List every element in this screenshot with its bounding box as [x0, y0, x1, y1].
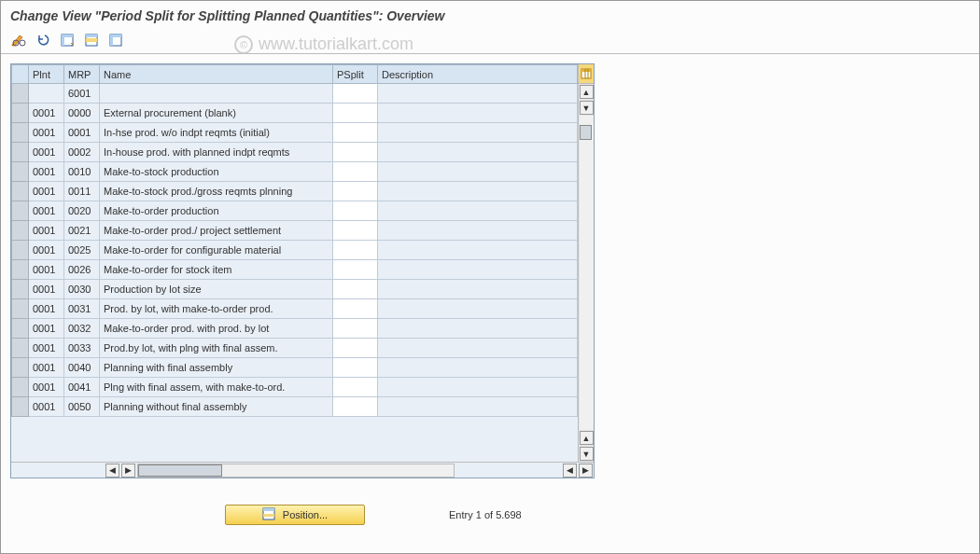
cell-plnt[interactable]: 0001 — [29, 358, 64, 378]
col-psplit[interactable]: PSplit — [333, 65, 378, 84]
cell-mrp[interactable]: 0033 — [64, 339, 100, 358]
cell-mrp[interactable]: 0001 — [64, 123, 100, 143]
cell-name[interactable] — [100, 84, 333, 104]
row-selector[interactable] — [12, 84, 29, 104]
cell-desc[interactable] — [378, 162, 578, 182]
row-selector[interactable] — [12, 143, 29, 162]
table-row[interactable]: 00010020Make-to-order production — [12, 201, 578, 221]
row-selector-header[interactable] — [12, 65, 29, 84]
cell-plnt[interactable]: 0001 — [29, 201, 64, 221]
cell-plnt[interactable]: 0001 — [29, 123, 64, 143]
table-row[interactable]: 6001 — [12, 84, 578, 104]
cell-desc[interactable] — [378, 241, 578, 260]
cell-desc[interactable] — [378, 201, 578, 221]
table-row[interactable]: 00010031Prod. by lot, with make-to-order… — [12, 299, 578, 319]
cell-name[interactable]: Plng with final assem, with make-to-ord. — [100, 378, 333, 397]
cell-plnt[interactable]: 0001 — [29, 260, 64, 280]
table-row[interactable]: 00010032Make-to-order prod. with prod. b… — [12, 319, 578, 339]
row-selector[interactable] — [12, 260, 29, 280]
table-row[interactable]: 00010021Make-to-order prod./ project set… — [12, 221, 578, 241]
cell-psplit[interactable] — [333, 319, 378, 339]
cell-name[interactable]: Make-to-stock prod./gross reqmts plnning — [100, 182, 333, 201]
cell-psplit[interactable] — [333, 339, 378, 358]
row-selector[interactable] — [12, 339, 29, 358]
cell-psplit[interactable] — [333, 378, 378, 397]
cell-name[interactable]: Prod.by lot, with plng with final assem. — [100, 339, 333, 358]
cell-psplit[interactable] — [333, 201, 378, 221]
vertical-scrollbar[interactable]: ▲ ▼ ▲ ▼ — [578, 64, 594, 462]
cell-psplit[interactable] — [333, 280, 378, 299]
row-selector[interactable] — [12, 182, 29, 201]
toggle-change-mode-button[interactable] — [8, 31, 29, 49]
cell-name[interactable]: Make-to-order prod./ project settlement — [100, 221, 333, 241]
cell-name[interactable]: External procurement (blank) — [100, 104, 333, 123]
cell-name[interactable]: In-house prod. with planned indpt reqmts — [100, 143, 333, 162]
cell-psplit[interactable] — [333, 397, 378, 417]
row-selector[interactable] — [12, 358, 29, 378]
cell-desc[interactable] — [378, 84, 578, 104]
cell-mrp[interactable]: 0010 — [64, 162, 100, 182]
cell-plnt[interactable]: 0001 — [29, 241, 64, 260]
cell-psplit[interactable] — [333, 221, 378, 241]
row-selector[interactable] — [12, 123, 29, 143]
cell-name[interactable]: Planning with final assembly — [100, 358, 333, 378]
cell-desc[interactable] — [378, 378, 578, 397]
cell-psplit[interactable] — [333, 299, 378, 319]
row-selector[interactable] — [12, 299, 29, 319]
table-row[interactable]: 00010011Make-to-stock prod./gross reqmts… — [12, 182, 578, 201]
hscroll-thumb[interactable] — [138, 464, 222, 477]
select-all-button[interactable] — [57, 31, 77, 49]
col-mrp[interactable]: MRP — [64, 65, 100, 84]
cell-plnt[interactable]: 0001 — [29, 143, 64, 162]
table-row[interactable]: 00010026Make-to-order for stock item — [12, 260, 578, 280]
col-plnt[interactable]: Plnt — [29, 65, 64, 84]
scroll-right-step-icon[interactable]: ▶ — [121, 464, 135, 478]
scroll-up-icon[interactable]: ▲ — [580, 85, 594, 99]
table-row[interactable]: 00010040Planning with final assembly — [12, 358, 578, 378]
cell-plnt[interactable]: 0001 — [29, 299, 64, 319]
cell-psplit[interactable] — [333, 143, 378, 162]
cell-plnt[interactable]: 0001 — [29, 182, 64, 201]
row-selector[interactable] — [12, 280, 29, 299]
cell-mrp[interactable]: 0000 — [64, 104, 100, 123]
cell-psplit[interactable] — [333, 162, 378, 182]
cell-name[interactable]: Make-to-order production — [100, 201, 333, 221]
cell-desc[interactable] — [378, 104, 578, 123]
row-selector[interactable] — [12, 201, 29, 221]
cell-plnt[interactable]: 0001 — [29, 397, 64, 417]
cell-name[interactable]: In-hse prod. w/o indpt reqmts (initial) — [100, 123, 333, 143]
scroll-left-page-icon[interactable]: ◀ — [563, 464, 577, 478]
position-button[interactable]: Position... — [225, 505, 365, 525]
undo-button[interactable] — [33, 31, 53, 49]
cell-mrp[interactable]: 0031 — [64, 299, 100, 319]
table-row[interactable]: 00010002In-house prod. with planned indp… — [12, 143, 578, 162]
cell-mrp[interactable]: 0026 — [64, 260, 100, 280]
scroll-down-step-icon[interactable]: ▼ — [580, 101, 594, 115]
cell-desc[interactable] — [378, 280, 578, 299]
cell-desc[interactable] — [378, 182, 578, 201]
cell-plnt[interactable] — [29, 84, 64, 104]
cell-psplit[interactable] — [333, 182, 378, 201]
table-row[interactable]: 00010030Production by lot size — [12, 280, 578, 299]
cell-desc[interactable] — [378, 397, 578, 417]
table-settings-icon[interactable] — [579, 64, 595, 84]
cell-name[interactable]: Make-to-order for stock item — [100, 260, 333, 280]
cell-psplit[interactable] — [333, 260, 378, 280]
select-block-button[interactable] — [81, 31, 102, 49]
scroll-track[interactable] — [580, 116, 594, 430]
cell-name[interactable]: Make-to-stock production — [100, 162, 333, 182]
cell-psplit[interactable] — [333, 358, 378, 378]
cell-name[interactable]: Make-to-order for configurable material — [100, 241, 333, 260]
cell-name[interactable]: Production by lot size — [100, 280, 333, 299]
table-row[interactable]: 00010033Prod.by lot, with plng with fina… — [12, 339, 578, 358]
row-selector[interactable] — [12, 397, 29, 417]
table-row[interactable]: 00010001In-hse prod. w/o indpt reqmts (i… — [12, 123, 578, 143]
cell-desc[interactable] — [378, 358, 578, 378]
cell-plnt[interactable]: 0001 — [29, 104, 64, 123]
cell-psplit[interactable] — [333, 241, 378, 260]
cell-psplit[interactable] — [333, 84, 378, 104]
cell-mrp[interactable]: 0020 — [64, 201, 100, 221]
cell-mrp[interactable]: 0011 — [64, 182, 100, 201]
deselect-all-button[interactable] — [105, 31, 126, 49]
cell-mrp[interactable]: 6001 — [64, 84, 100, 104]
